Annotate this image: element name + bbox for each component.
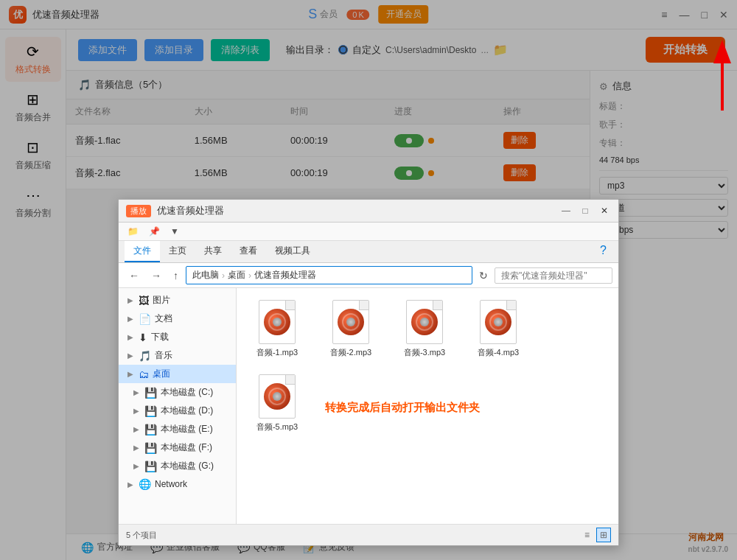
help-icon[interactable]: ? <box>594 241 612 262</box>
list-view-button[interactable]: ≡ <box>581 528 593 542</box>
list-item[interactable]: 音频-2.mp3 <box>318 295 384 363</box>
file-name-label: 音频-1.mp3 <box>256 347 298 358</box>
file-name-label: 音频-5.mp3 <box>256 421 298 433</box>
tab-share[interactable]: 共享 <box>195 241 231 262</box>
tree-item-music[interactable]: ▶ 🎵 音乐 <box>119 346 236 365</box>
file-icon-wrap <box>259 300 296 344</box>
tree-item-c[interactable]: ▶ 💾 本地磁盘 (C:) <box>119 383 236 402</box>
tab-video-tools[interactable]: 视频工具 <box>266 241 319 262</box>
address-bar: ← → ↑ 此电脑 › 桌面 › 优速音频处理器 ↻ <box>119 263 618 288</box>
network-label: Network <box>155 479 187 489</box>
ribbon: 文件 主页 共享 查看 视频工具 ? <box>119 241 618 263</box>
up-button[interactable]: ↑ <box>169 267 183 284</box>
tree-item-f[interactable]: ▶ 💾 本地磁盘 (F:) <box>119 438 236 457</box>
mp3-disc-icon <box>338 309 364 335</box>
tree-item-pictures[interactable]: ▶ 🖼 图片 <box>119 291 236 309</box>
status-count: 5 个项目 <box>126 530 157 541</box>
dialog-window-controls: — □ ✕ <box>559 204 611 217</box>
tree-item-docs[interactable]: ▶ 📄 文档 <box>119 309 236 328</box>
tree-item-desktop[interactable]: ▶ 🗂 桌面 <box>119 365 236 383</box>
tab-home[interactable]: 主页 <box>160 241 195 262</box>
dialog-body: ▶ 🖼 图片 ▶ 📄 文档 ▶ ⬇ 下载 ▶ 🎵 音乐 ▶ 🗂 <box>119 288 618 524</box>
forward-button[interactable]: → <box>147 267 166 284</box>
play-badge: 播放 <box>126 205 151 217</box>
mp3-disc-icon <box>264 383 290 410</box>
refresh-button[interactable]: ↻ <box>475 268 492 283</box>
list-item[interactable]: 音频-4.mp3 <box>465 295 531 363</box>
list-item[interactable]: 音频-5.mp3 <box>244 370 310 437</box>
status-bar: 5 个项目 ≡ ⊞ <box>119 524 618 545</box>
tree-item-g[interactable]: ▶ 💾 本地磁盘 (G:) <box>119 457 236 475</box>
file-page-icon <box>259 300 296 344</box>
file-name-label: 音频-2.mp3 <box>330 347 371 358</box>
tab-view[interactable]: 查看 <box>231 241 266 262</box>
mp3-disc-icon <box>264 309 290 335</box>
quick-access-toolbar: 📁 📌 ▼ <box>119 223 618 241</box>
list-item[interactable]: 音频-1.mp3 <box>244 295 310 363</box>
quick-down-btn[interactable]: ▼ <box>167 225 182 238</box>
dialog-titlebar: 播放 优速音频处理器 — □ ✕ <box>119 200 618 223</box>
address-path[interactable]: 此电脑 › 桌面 › 优速音频处理器 <box>186 266 472 284</box>
quick-folder-btn[interactable]: 📁 <box>125 225 142 238</box>
mp3-disc-icon <box>411 309 438 335</box>
search-input[interactable] <box>495 267 612 284</box>
tree-sidebar: ▶ 🖼 图片 ▶ 📄 文档 ▶ ⬇ 下载 ▶ 🎵 音乐 ▶ 🗂 <box>119 288 237 524</box>
tab-file[interactable]: 文件 <box>125 241 160 262</box>
tree-item-downloads[interactable]: ▶ ⬇ 下载 <box>119 328 236 346</box>
list-item[interactable]: 音频-3.mp3 <box>391 295 458 363</box>
dialog-close[interactable]: ✕ <box>598 204 611 217</box>
highlight-text: 转换完成后自动打开输出文件夹 <box>325 401 480 415</box>
quick-pin-btn[interactable]: 📌 <box>146 225 163 238</box>
file-name-label: 音频-3.mp3 <box>404 347 445 358</box>
ribbon-tabs: 文件 主页 共享 查看 视频工具 ? <box>119 241 618 262</box>
dialog-maximize[interactable]: □ <box>579 204 592 217</box>
file-explorer-dialog: 播放 优速音频处理器 — □ ✕ 📁 📌 ▼ 文件 主页 共享 查看 视频工具 … <box>118 199 619 546</box>
tree-item-e[interactable]: ▶ 💾 本地磁盘 (E:) <box>119 420 236 438</box>
tree-item-network[interactable]: ▶ 🌐 Network <box>119 475 236 493</box>
dialog-minimize[interactable]: — <box>559 204 573 217</box>
mp3-disc-icon <box>485 309 511 335</box>
file-grid: 音频-1.mp3 音频-2.mp3 <box>237 288 618 524</box>
view-controls: ≡ ⊞ <box>581 528 611 542</box>
dialog-title: 优速音频处理器 <box>157 204 224 217</box>
tree-item-d[interactable]: ▶ 💾 本地磁盘 (D:) <box>119 402 236 420</box>
back-button[interactable]: ← <box>125 267 144 284</box>
grid-view-button[interactable]: ⊞ <box>596 528 611 542</box>
file-name-label: 音频-4.mp3 <box>478 347 519 358</box>
